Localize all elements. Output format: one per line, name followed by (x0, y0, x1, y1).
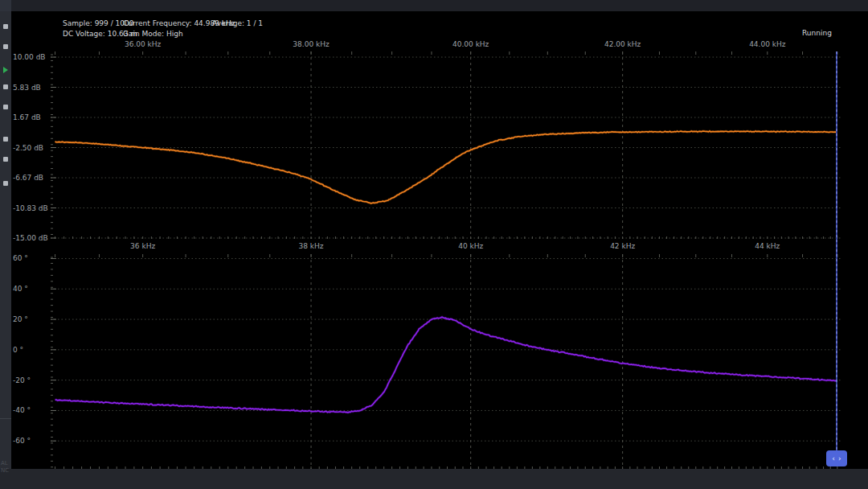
horizontal-gridlines (51, 258, 841, 441)
y-tick-label: 60 ° (13, 254, 28, 262)
y-tick-label: -15.00 dB (13, 234, 48, 242)
toolbar-square-icon[interactable] (3, 137, 8, 142)
horizontal-gridlines (51, 57, 841, 238)
status-badge: Running (802, 29, 832, 37)
sidebar-divider (0, 418, 11, 419)
x-tick-label: 40.00 kHz (452, 40, 489, 48)
channel-1-phase-glow (55, 317, 837, 413)
y-tick-label: 10.00 dB (13, 53, 46, 61)
channel-1-magnitude-glow (55, 131, 837, 203)
y-tick-label: -40 ° (13, 406, 31, 414)
y-tick-label: -60 ° (13, 437, 31, 445)
watermark-line-2: NC (1, 467, 9, 475)
x-tick-label: 36 kHz (130, 242, 155, 250)
left-toolbar (0, 11, 11, 469)
play-icon[interactable] (3, 67, 8, 73)
x-tick-label: 38.00 kHz (293, 40, 329, 48)
vertical-gridlines (311, 254, 623, 469)
sweep-cursor-line[interactable] (836, 51, 837, 451)
tick-marks (51, 254, 837, 469)
x-tick-label: 44.00 kHz (749, 40, 785, 48)
channel-1-phase-trace (55, 317, 837, 413)
app-menu-corner[interactable] (0, 0, 11, 11)
frequency-response-analyzer-window: Sample: 999 / 1000 Current Frequency: 44… (0, 0, 868, 489)
gain-mode-readout: Gain Mode: High (123, 30, 183, 38)
x-tick-label: 44 kHz (755, 242, 780, 250)
x-tick-label: 40 kHz (458, 242, 483, 250)
y-tick-label: -20 ° (13, 376, 31, 384)
y-tick-label: -2.50 dB (13, 144, 43, 152)
x-tick-label: 42.00 kHz (604, 40, 641, 48)
cursor-nav-button[interactable]: ‹ › (826, 450, 847, 466)
toolbar-square-icon[interactable] (3, 181, 8, 186)
y-tick-label: 0 ° (13, 346, 23, 354)
magnitude-chart[interactable] (51, 51, 841, 239)
watermark-logo: AL NC (1, 460, 9, 475)
watermark-line-1: AL (1, 460, 9, 467)
toolbar-square-icon[interactable] (3, 24, 8, 29)
x-tick-label: 38 kHz (299, 242, 324, 250)
toolbar-square-icon[interactable] (3, 105, 8, 109)
tick-marks (51, 51, 837, 239)
phase-chart[interactable] (51, 254, 841, 469)
chevron-right-icon: › (838, 454, 841, 462)
x-tick-label: 36.00 kHz (125, 40, 161, 48)
toolbar-square-icon[interactable] (3, 44, 8, 49)
y-tick-label: 1.67 dB (13, 113, 41, 121)
chevron-left-icon: ‹ (832, 454, 835, 462)
channel-1-magnitude-trace (55, 131, 837, 203)
y-tick-label: -6.67 dB (13, 174, 43, 182)
y-tick-label: -10.83 dB (13, 204, 48, 212)
y-tick-label: 5.83 dB (13, 84, 41, 92)
y-tick-label: 20 ° (13, 315, 28, 323)
title-bar (0, 0, 868, 11)
vertical-gridlines (311, 51, 623, 239)
bottom-status-bar: Cursors ≡ (0, 469, 868, 489)
average-readout: Average: 1 / 1 (212, 19, 263, 27)
x-tick-label: 42 kHz (610, 242, 635, 250)
y-tick-label: 40 ° (13, 285, 28, 293)
toolbar-square-icon[interactable] (3, 157, 8, 162)
toolbar-square-icon[interactable] (3, 84, 8, 89)
